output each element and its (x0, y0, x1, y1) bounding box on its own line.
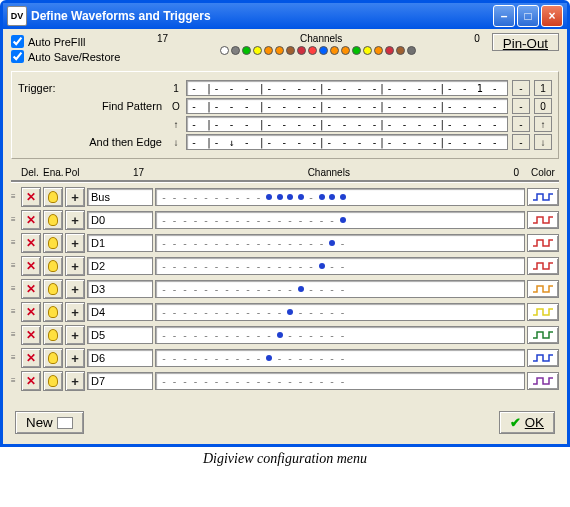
enable-button[interactable] (43, 279, 63, 299)
channel-dash[interactable]: - (318, 353, 326, 364)
new-button[interactable]: New (15, 411, 84, 434)
channel-dash[interactable]: - (307, 376, 315, 387)
enable-button[interactable] (43, 371, 63, 391)
channel-dash[interactable]: - (276, 284, 284, 295)
channel-dash[interactable]: - (160, 238, 168, 249)
channel-dash[interactable]: - (255, 215, 263, 226)
channel-dot-on[interactable] (298, 194, 304, 200)
channel-dash[interactable]: - (223, 261, 231, 272)
enable-button[interactable] (43, 325, 63, 345)
channel-dot[interactable] (308, 46, 317, 55)
channel-dot[interactable] (242, 46, 251, 55)
color-button[interactable] (527, 280, 559, 298)
channel-dash[interactable]: - (297, 307, 305, 318)
channel-dot[interactable] (297, 46, 306, 55)
channel-dot[interactable] (220, 46, 229, 55)
channel-dot-on[interactable] (298, 286, 304, 292)
waveform-name-input[interactable]: D1 (87, 234, 153, 252)
channel-dash[interactable]: - (223, 353, 231, 364)
channel-dash[interactable]: - (297, 215, 305, 226)
trigger-side-button[interactable]: ↑ (534, 116, 552, 132)
channel-dash[interactable]: - (202, 192, 210, 203)
waveform-name-input[interactable]: Bus (87, 188, 153, 206)
channel-dash[interactable]: - (192, 261, 200, 272)
channel-dot-on[interactable] (340, 194, 346, 200)
channel-dash[interactable]: - (223, 192, 231, 203)
trigger-pattern-box[interactable]: - |- ↓ - |- - - -|- - - -|- - - -|- - - … (186, 134, 508, 150)
channel-dash[interactable]: - (202, 307, 210, 318)
channel-assign-box[interactable]: ----------------- (155, 280, 525, 298)
channel-dash[interactable]: - (234, 353, 242, 364)
channel-dash[interactable]: - (307, 353, 315, 364)
enable-button[interactable] (43, 302, 63, 322)
channel-dash[interactable]: - (171, 261, 179, 272)
trigger-side-button[interactable]: ↓ (534, 134, 552, 150)
channel-dash[interactable]: - (286, 353, 294, 364)
drag-grip-icon[interactable]: ≡ (11, 264, 19, 268)
channel-dash[interactable]: - (192, 376, 200, 387)
channel-dash[interactable]: - (328, 284, 336, 295)
channel-dash[interactable]: - (171, 330, 179, 341)
channel-assign-box[interactable]: ----------------- (155, 234, 525, 252)
channel-dash[interactable]: - (223, 330, 231, 341)
pinout-button[interactable]: Pin-Out (492, 33, 559, 51)
channel-dash[interactable]: - (181, 261, 189, 272)
channel-dash[interactable]: - (171, 192, 179, 203)
channel-dash[interactable]: - (181, 353, 189, 364)
waveform-name-input[interactable]: D6 (87, 349, 153, 367)
color-button[interactable] (527, 234, 559, 252)
trigger-pattern-box[interactable]: - |- - - |- - - -|- - - -|- - - -|- - - … (186, 116, 508, 132)
channel-dash[interactable]: - (202, 284, 210, 295)
waveform-name-input[interactable]: D4 (87, 303, 153, 321)
channel-dot[interactable] (407, 46, 416, 55)
channel-dash[interactable]: - (318, 307, 326, 318)
polarity-button[interactable]: + (65, 371, 85, 391)
enable-button[interactable] (43, 210, 63, 230)
channel-dash[interactable]: - (255, 261, 263, 272)
trigger-minus-button[interactable]: - (512, 98, 530, 114)
channel-dot-on[interactable] (277, 194, 283, 200)
auto-save-restore-checkbox[interactable]: Auto Save/Restore (11, 50, 151, 63)
channel-dash[interactable]: - (160, 261, 168, 272)
channel-dash[interactable]: - (213, 215, 221, 226)
channel-dash[interactable]: - (171, 284, 179, 295)
drag-grip-icon[interactable]: ≡ (11, 310, 19, 314)
delete-button[interactable]: ✕ (21, 371, 41, 391)
channel-dash[interactable]: - (181, 376, 189, 387)
channel-dot-on[interactable] (319, 194, 325, 200)
trigger-side-button[interactable]: 0 (534, 98, 552, 114)
channel-dash[interactable]: - (286, 376, 294, 387)
channel-dash[interactable]: - (181, 284, 189, 295)
drag-grip-icon[interactable]: ≡ (11, 333, 19, 337)
channel-dot-on[interactable] (329, 194, 335, 200)
polarity-button[interactable]: + (65, 348, 85, 368)
channel-assign-box[interactable]: ----------------- (155, 303, 525, 321)
channel-dash[interactable]: - (328, 307, 336, 318)
channel-dash[interactable]: - (160, 215, 168, 226)
channel-assign-box[interactable]: ----------------- (155, 211, 525, 229)
channel-dot-on[interactable] (287, 194, 293, 200)
trigger-minus-button[interactable]: - (512, 116, 530, 132)
channel-dash[interactable]: - (244, 353, 252, 364)
channel-dash[interactable]: - (255, 284, 263, 295)
channel-dash[interactable]: - (286, 330, 294, 341)
channel-dash[interactable]: - (328, 215, 336, 226)
delete-button[interactable]: ✕ (21, 302, 41, 322)
channel-dash[interactable]: - (307, 192, 315, 203)
channel-dash[interactable]: - (339, 307, 347, 318)
color-button[interactable] (527, 372, 559, 390)
channel-dash[interactable]: - (307, 215, 315, 226)
delete-button[interactable]: ✕ (21, 279, 41, 299)
channel-dot[interactable] (352, 46, 361, 55)
channel-dash[interactable]: - (192, 330, 200, 341)
channel-dash[interactable]: - (244, 192, 252, 203)
channel-dash[interactable]: - (307, 330, 315, 341)
drag-grip-icon[interactable]: ≡ (11, 218, 19, 222)
channel-dash[interactable]: - (276, 307, 284, 318)
trigger-side-button[interactable]: 1 (534, 80, 552, 96)
channel-dash[interactable]: - (244, 284, 252, 295)
color-button[interactable] (527, 303, 559, 321)
channel-dash[interactable]: - (234, 330, 242, 341)
channel-dash[interactable]: - (318, 376, 326, 387)
channel-dash[interactable]: - (160, 376, 168, 387)
